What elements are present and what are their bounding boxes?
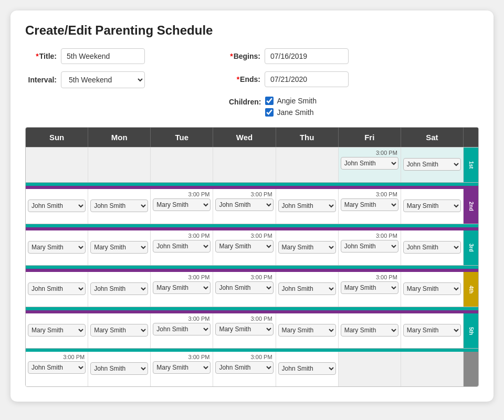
person-select[interactable]: John SmithMary Smith bbox=[403, 200, 461, 212]
child-row: Angie Smith bbox=[265, 97, 316, 105]
person-select[interactable]: John SmithMary Smith bbox=[341, 281, 398, 294]
time-spacer bbox=[403, 191, 461, 200]
header-empty bbox=[464, 128, 478, 147]
time-spacer bbox=[278, 316, 336, 324]
person-select[interactable]: John SmithMary Smith bbox=[278, 241, 336, 254]
person-select[interactable]: John SmithMary Smith bbox=[278, 282, 336, 295]
ends-label: *Ends: bbox=[229, 75, 260, 83]
person-select[interactable]: John SmithMary Smith bbox=[90, 324, 148, 337]
person-select[interactable]: John SmithMary Smith bbox=[403, 241, 461, 254]
children-section: Children: Angie SmithJane Smith bbox=[229, 97, 349, 117]
calendar: SunMonTueWedThuFriSat3:00 PMJohn SmithMa… bbox=[25, 127, 479, 387]
person-select[interactable]: John SmithMary Smith bbox=[215, 361, 273, 374]
person-select[interactable]: John SmithMary Smith bbox=[215, 240, 273, 253]
time-label: 3:00 PM bbox=[341, 150, 398, 156]
person-select[interactable]: John SmithMary Smith bbox=[90, 241, 148, 254]
title-label: *Title: bbox=[25, 52, 57, 60]
person-select[interactable]: John SmithMary Smith bbox=[278, 324, 336, 337]
time-spacer bbox=[403, 233, 461, 241]
time-label: 3:00 PM bbox=[215, 316, 273, 322]
day-cell bbox=[151, 148, 213, 182]
week-row: John SmithMary SmithJohn SmithMary Smith… bbox=[26, 313, 478, 348]
day-cell: 3:00 PMJohn SmithMary Smith bbox=[339, 148, 401, 182]
day-cell: John SmithMary Smith bbox=[276, 352, 339, 386]
day-cell: John SmithMary Smith bbox=[339, 313, 401, 348]
person-select[interactable]: John SmithMary Smith bbox=[278, 362, 336, 375]
day-cell bbox=[213, 148, 276, 182]
child-row: Jane Smith bbox=[265, 108, 316, 117]
person-select[interactable]: John SmithMary Smith bbox=[90, 282, 148, 295]
child-checkbox[interactable] bbox=[265, 97, 274, 105]
ends-row: *Ends: bbox=[229, 71, 349, 87]
time-label: 3:00 PM bbox=[215, 274, 273, 280]
time-spacer bbox=[90, 233, 148, 241]
person-select[interactable]: John SmithMary Smith bbox=[153, 240, 211, 253]
day-cell: John SmithMary Smith bbox=[88, 272, 151, 307]
person-select[interactable]: John SmithMary Smith bbox=[28, 361, 86, 374]
interval-label: Interval: bbox=[25, 76, 57, 84]
person-select[interactable]: John SmithMary Smith bbox=[215, 198, 273, 211]
week-label bbox=[464, 352, 478, 386]
day-cell: John SmithMary Smith bbox=[401, 313, 464, 348]
child-checkbox[interactable] bbox=[265, 108, 274, 117]
day-cell: 3:00 PMJohn SmithMary Smith bbox=[339, 189, 401, 224]
day-cell: John SmithMary Smith bbox=[26, 189, 88, 224]
time-spacer bbox=[28, 274, 86, 282]
day-cell: John SmithMary Smith bbox=[401, 230, 464, 265]
person-select[interactable]: John SmithMary Smith bbox=[403, 324, 461, 337]
person-select[interactable]: John SmithMary Smith bbox=[28, 241, 86, 254]
begins-row: *Begins: bbox=[229, 48, 349, 64]
day-cell: John SmithMary Smith bbox=[401, 272, 464, 307]
day-cell: 3:00 PMJohn SmithMary Smith bbox=[339, 230, 401, 265]
person-select[interactable]: John SmithMary Smith bbox=[90, 362, 148, 375]
title-row: *Title: bbox=[25, 48, 145, 64]
time-label: 3:00 PM bbox=[153, 191, 211, 197]
time-label: 3:00 PM bbox=[153, 274, 211, 280]
day-cell bbox=[88, 148, 151, 182]
time-spacer bbox=[403, 316, 461, 324]
day-cell: John SmithMary Smith bbox=[88, 189, 151, 224]
day-cell: 3:00 PMJohn SmithMary Smith bbox=[213, 189, 276, 224]
day-cell: 3:00 PMJohn SmithMary Smith bbox=[151, 230, 213, 265]
time-spacer bbox=[278, 354, 336, 362]
person-select[interactable]: John SmithMary Smith bbox=[341, 240, 398, 253]
person-select[interactable]: John SmithMary Smith bbox=[153, 281, 211, 294]
person-select[interactable]: John SmithMary Smith bbox=[90, 200, 148, 212]
time-spacer bbox=[90, 354, 148, 362]
day-cell: 3:00 PMJohn SmithMary Smith bbox=[151, 189, 213, 224]
person-select[interactable]: John SmithMary Smith bbox=[278, 200, 336, 212]
time-spacer bbox=[90, 191, 148, 200]
time-spacer bbox=[278, 233, 336, 241]
week-label: 1st bbox=[464, 148, 478, 182]
person-select[interactable]: John SmithMary Smith bbox=[403, 282, 461, 295]
person-select[interactable]: John SmithMary Smith bbox=[28, 200, 86, 212]
title-input[interactable] bbox=[61, 48, 145, 64]
day-cell: John SmithMary Smith bbox=[26, 313, 88, 348]
time-spacer bbox=[278, 274, 336, 282]
person-select[interactable]: John SmithMary Smith bbox=[215, 281, 273, 294]
person-select[interactable]: John SmithMary Smith bbox=[403, 158, 461, 171]
person-select[interactable]: John SmithMary Smith bbox=[153, 361, 211, 374]
day-cell: John SmithMary Smith bbox=[88, 352, 151, 386]
week-separator-bar bbox=[26, 224, 478, 230]
person-select[interactable]: John SmithMary Smith bbox=[153, 323, 211, 335]
person-select[interactable]: John SmithMary Smith bbox=[341, 324, 398, 337]
person-select[interactable]: John SmithMary Smith bbox=[28, 324, 86, 337]
interval-select[interactable]: 5th Weekend Weekly Bi-Weekly bbox=[61, 71, 145, 88]
begins-input[interactable] bbox=[265, 48, 349, 64]
person-select[interactable]: John SmithMary Smith bbox=[153, 198, 211, 211]
week-label: 5th bbox=[464, 313, 478, 348]
person-select[interactable]: John SmithMary Smith bbox=[28, 282, 86, 295]
ends-input[interactable] bbox=[265, 71, 349, 87]
person-select[interactable]: John SmithMary Smith bbox=[215, 323, 273, 335]
person-select[interactable]: John SmithMary Smith bbox=[341, 198, 398, 211]
person-select[interactable]: John SmithMary Smith bbox=[341, 157, 398, 170]
day-cell: 3:00 PMJohn SmithMary Smith bbox=[26, 352, 88, 386]
day-cell: 3:00 PMJohn SmithMary Smith bbox=[213, 352, 276, 386]
day-cell bbox=[339, 352, 401, 386]
day-cell bbox=[276, 148, 339, 182]
children-list: Angie SmithJane Smith bbox=[265, 97, 316, 117]
interval-row: Interval: 5th Weekend Weekly Bi-Weekly bbox=[25, 71, 145, 88]
day-cell: John SmithMary Smith bbox=[88, 313, 151, 348]
week-row: John SmithMary SmithJohn SmithMary Smith… bbox=[26, 189, 478, 224]
